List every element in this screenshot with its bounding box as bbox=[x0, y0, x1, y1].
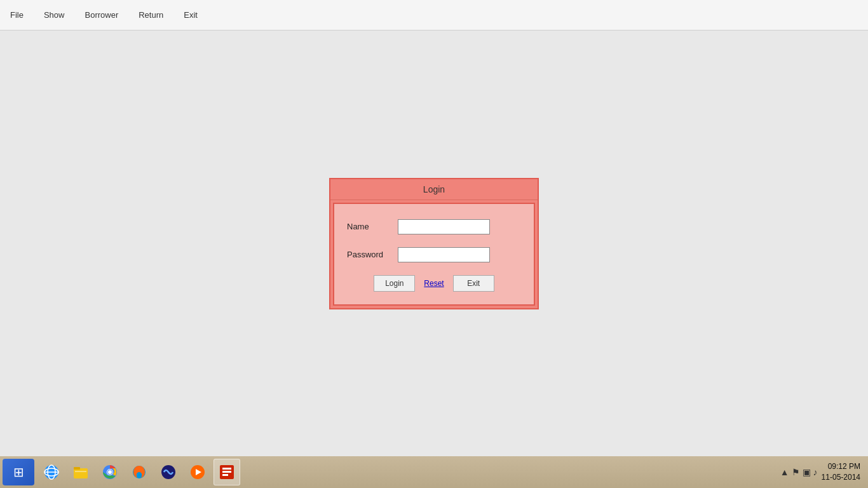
menu-return[interactable]: Return bbox=[135, 8, 167, 22]
dialog-title: Login bbox=[423, 184, 445, 194]
clock-time: 09:12 PM bbox=[822, 461, 860, 472]
taskbar: ⊞ bbox=[0, 456, 868, 488]
taskbar-app1-icon[interactable] bbox=[155, 459, 182, 485]
name-row: Name bbox=[347, 219, 521, 234]
tray-monitor-icon[interactable]: ▣ bbox=[803, 467, 811, 477]
menubar: File Show Borrower Return Exit bbox=[0, 0, 868, 30]
password-label: Password bbox=[347, 250, 398, 259]
taskbar-chrome-icon[interactable] bbox=[97, 459, 123, 485]
system-tray: ▲ ⚑ ▣ ♪ bbox=[780, 467, 818, 477]
taskbar-media-icon[interactable] bbox=[184, 459, 211, 485]
reset-button[interactable]: Reset bbox=[421, 275, 446, 292]
tray-sound-icon[interactable]: ♪ bbox=[813, 467, 818, 477]
dialog-body: Name Password Login Reset Exit bbox=[333, 203, 535, 306]
windows-icon: ⊞ bbox=[13, 464, 24, 480]
menu-borrower[interactable]: Borrower bbox=[81, 8, 122, 22]
menu-show[interactable]: Show bbox=[40, 8, 69, 22]
name-input[interactable] bbox=[398, 219, 490, 234]
svg-rect-6 bbox=[75, 471, 86, 472]
svg-rect-16 bbox=[222, 468, 231, 470]
taskbar-active-app-icon[interactable] bbox=[214, 459, 240, 485]
taskbar-explorer-icon[interactable] bbox=[67, 459, 94, 485]
taskbar-right: ▲ ⚑ ▣ ♪ 09:12 PM 11-05-2014 bbox=[780, 461, 865, 483]
dialog-title-bar: Login bbox=[330, 179, 538, 200]
svg-point-10 bbox=[108, 470, 112, 474]
login-dialog: Login Name Password Login Reset Exit bbox=[329, 178, 539, 309]
start-button[interactable]: ⊞ bbox=[3, 459, 34, 485]
menu-exit[interactable]: Exit bbox=[180, 8, 201, 22]
name-label: Name bbox=[347, 222, 398, 231]
password-row: Password bbox=[347, 247, 521, 262]
menu-file[interactable]: File bbox=[6, 8, 27, 22]
svg-rect-18 bbox=[222, 474, 228, 476]
svg-rect-17 bbox=[222, 471, 231, 473]
exit-button[interactable]: Exit bbox=[453, 275, 494, 292]
login-button[interactable]: Login bbox=[374, 275, 415, 292]
clock[interactable]: 09:12 PM 11-05-2014 bbox=[822, 461, 860, 483]
button-row: Login Reset Exit bbox=[347, 275, 521, 292]
svg-rect-5 bbox=[74, 467, 80, 470]
taskbar-firefox-icon[interactable] bbox=[126, 459, 153, 485]
password-input[interactable] bbox=[398, 247, 490, 262]
main-content: Login Name Password Login Reset Exit bbox=[0, 30, 868, 456]
clock-date: 11-05-2014 bbox=[822, 472, 860, 483]
tray-flag-icon[interactable]: ⚑ bbox=[792, 467, 800, 477]
svg-rect-4 bbox=[74, 468, 88, 478]
tray-arrow-icon[interactable]: ▲ bbox=[780, 467, 789, 477]
taskbar-ie-icon[interactable] bbox=[38, 459, 65, 485]
